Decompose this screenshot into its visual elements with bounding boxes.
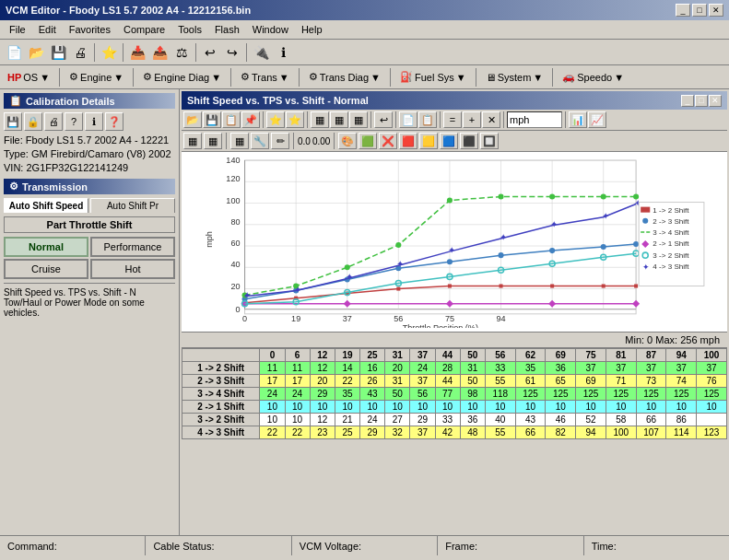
info-button[interactable]: ℹ <box>273 42 293 63</box>
menu-edit[interactable]: Edit <box>33 22 62 37</box>
ct-paste2[interactable]: 📋 <box>418 111 437 128</box>
chart-close-btn[interactable]: ✕ <box>709 95 722 107</box>
ct-copy2[interactable]: 📄 <box>399 111 417 128</box>
btn-normal[interactable]: Normal <box>4 237 88 257</box>
ct-c7[interactable]: ⬛ <box>460 133 478 149</box>
menu-favorites[interactable]: Favorites <box>64 22 116 37</box>
ct-undo[interactable]: ↩ <box>374 111 393 128</box>
ct-c6[interactable]: 🟦 <box>440 133 458 149</box>
btn-performance[interactable]: Performance <box>90 237 175 257</box>
ct-c2[interactable]: 🟩 <box>359 133 377 149</box>
shift-mode-buttons: Normal Performance Cruise Hot <box>4 237 175 279</box>
ct-t1[interactable]: ▦ <box>183 133 202 149</box>
table-row: 2 -> 3 Shift 17 17 20 22 26 31 37 44 50 … <box>182 375 727 388</box>
cal-info-btn[interactable]: ℹ <box>85 112 103 131</box>
table-row: 3 -> 2 Shift 10 10 12 21 24 27 29 33 36 … <box>182 414 727 426</box>
menu-help[interactable]: Help <box>296 22 328 37</box>
chart-info-bar: Min: 0 Max: 256 mph <box>182 332 727 347</box>
svg-point-47 <box>447 259 453 264</box>
ct-grid2[interactable]: ▦ <box>330 111 348 128</box>
ct-t2[interactable]: ▦ <box>204 133 222 149</box>
type-value: GM Firebird/Camaro (V8) 2002 <box>31 148 171 159</box>
ct-c3[interactable]: ❌ <box>379 133 397 149</box>
close-button[interactable]: ✕ <box>709 4 723 17</box>
cal-help-btn[interactable]: ? <box>65 112 83 131</box>
connect-button[interactable]: 🔌 <box>251 42 271 63</box>
cal-lock-btn[interactable]: 🔒 <box>24 112 42 131</box>
favorites-button[interactable]: ⭐ <box>99 42 119 63</box>
cal-save-btn[interactable]: 💾 <box>4 112 22 131</box>
nav-hp[interactable]: HP OS ▼ <box>4 71 53 84</box>
ct-view2[interactable]: 📈 <box>588 111 606 128</box>
ct-t4[interactable]: 🔧 <box>251 133 269 149</box>
ct-c4[interactable]: 🟥 <box>399 133 417 149</box>
svg-rect-41 <box>602 284 606 287</box>
ct-star2[interactable]: ⭐ <box>286 111 304 128</box>
menu-tools[interactable]: Tools <box>172 22 207 37</box>
svg-text:✦: ✦ <box>396 259 404 269</box>
command-label: Command: <box>7 541 57 552</box>
nav-sep-4 <box>299 68 300 87</box>
unit-input[interactable] <box>507 111 562 128</box>
chart-minimize-btn[interactable]: _ <box>681 95 694 107</box>
svg-text:37: 37 <box>343 314 352 323</box>
col-19: 19 <box>335 349 359 362</box>
btn-cruise[interactable]: Cruise <box>4 259 88 279</box>
open-button[interactable]: 📂 <box>26 42 46 63</box>
nav-system[interactable]: 🖥 System ▼ <box>482 71 547 84</box>
compare-button[interactable]: ⚖ <box>171 42 192 63</box>
engine-diag-icon: ⚙ <box>143 71 152 83</box>
ct-copy[interactable]: 📋 <box>222 111 241 128</box>
ct-grid3[interactable]: ▦ <box>349 111 368 128</box>
ct-c8[interactable]: 🔲 <box>480 133 499 149</box>
ct-paste[interactable]: 📌 <box>241 111 260 128</box>
cal-print-btn[interactable]: 🖨 <box>44 112 63 131</box>
col-56: 56 <box>485 349 515 362</box>
ct-star1[interactable]: ⭐ <box>266 111 285 128</box>
write-button[interactable]: 📤 <box>149 42 170 63</box>
nav-engine[interactable]: ⚙ Engine ▼ <box>65 70 127 84</box>
ct-sep3 <box>370 111 371 128</box>
ct-save[interactable]: 💾 <box>203 111 221 128</box>
nav-fuel[interactable]: ⛽ Fuel Sys ▼ <box>396 70 470 84</box>
ct-open[interactable]: 📂 <box>183 111 202 128</box>
btn-hot[interactable]: Hot <box>90 259 175 279</box>
nav-sep-6 <box>476 68 476 87</box>
nav-speedo[interactable]: 🚗 Speedo ▼ <box>559 70 628 84</box>
cal-help2-btn[interactable]: ❓ <box>105 112 123 131</box>
undo-button[interactable]: ↩ <box>200 42 220 63</box>
maximize-button[interactable]: □ <box>692 4 707 17</box>
ct2-sep1 <box>226 133 227 149</box>
new-button[interactable]: 📄 <box>4 42 24 63</box>
svg-text:20: 20 <box>230 282 240 291</box>
tab-auto-shift-speed[interactable]: Auto Shift Speed <box>4 198 88 213</box>
ct-c1[interactable]: 🎨 <box>338 133 357 149</box>
menu-flash[interactable]: Flash <box>209 22 245 37</box>
menu-window[interactable]: Window <box>247 22 294 37</box>
frame-label: Frame: <box>445 541 477 552</box>
menu-file[interactable]: File <box>4 22 31 37</box>
ct-grid[interactable]: ▦ <box>311 111 329 128</box>
menu-compare[interactable]: Compare <box>118 22 170 37</box>
svg-rect-40 <box>550 284 554 287</box>
ct-x[interactable]: ✕ <box>482 111 500 128</box>
nav-trans[interactable]: ⚙ Trans ▼ <box>237 70 293 84</box>
save-button[interactable]: 💾 <box>48 42 68 63</box>
chart-window: Shift Speed vs. TPS vs. Shift - Normal _… <box>182 91 727 533</box>
ct-c5[interactable]: 🟨 <box>419 133 438 149</box>
ct-t5[interactable]: ✏ <box>271 133 289 149</box>
nav-trans-diag[interactable]: ⚙ Trans Diag ▼ <box>305 70 384 84</box>
redo-button[interactable]: ↪ <box>222 42 242 63</box>
ct-view1[interactable]: 📊 <box>569 111 587 128</box>
left-panel: 📋 Calibration Details 💾 🔒 🖨 ? ℹ ❓ File: … <box>0 89 180 535</box>
ct-t3[interactable]: ▦ <box>230 133 249 149</box>
minimize-button[interactable]: _ <box>676 4 690 17</box>
ct-plus[interactable]: + <box>463 111 481 128</box>
nav-engine-diag[interactable]: ⚙ Engine Diag ▼ <box>139 70 225 84</box>
tab-auto-shift-pr[interactable]: Auto Shift Pr <box>90 198 175 213</box>
ct-eq[interactable]: = <box>443 111 462 128</box>
chart-maximize-btn[interactable]: □ <box>695 95 708 107</box>
read-button[interactable]: 📥 <box>127 42 147 63</box>
vin-field: VIN: 2G1FP32G122141249 <box>4 162 175 173</box>
print-button[interactable]: 🖨 <box>70 42 90 63</box>
